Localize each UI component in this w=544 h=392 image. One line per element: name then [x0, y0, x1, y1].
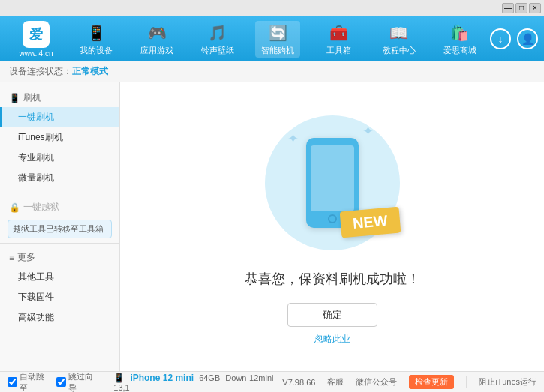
nav-label: 爱思商城 [443, 45, 476, 56]
sidebar-item-itunes-flash[interactable]: iTunes刷机 [0, 127, 119, 148]
bottom-left: 自动跳至 跳过向导 📱 iPhone 12 mini 64GB Down-12m… [8, 371, 282, 393]
stop-itunes-button[interactable]: 阻止iTunes运行 [479, 377, 536, 386]
sidebar-section-title-more: ≡ 更多 [0, 248, 119, 267]
sidebar-divider-1 [0, 193, 119, 193]
user-button[interactable]: 👤 [517, 28, 538, 49]
auto-jump-checkbox[interactable] [8, 377, 17, 387]
nav-logo: 爱 www.i4.cn [6, 21, 66, 58]
sidebar-item-other-tools[interactable]: 其他工具 [0, 267, 119, 287]
lock-icon: 🔒 [9, 202, 20, 213]
nav-item-official-shop[interactable]: 🛍️ 爱思商城 [437, 22, 482, 56]
sidebar-item-onekey-flash[interactable]: 一键刷机 [0, 107, 119, 127]
sidebar-section-jailbreak: 🔒 一键越狱 越狱工具已转移至工具箱 [0, 198, 119, 238]
new-badge: NEW [339, 207, 400, 238]
more-icon: ≡ [9, 253, 14, 263]
phone-icon-small: 📱 [113, 373, 125, 383]
phone-home-button [328, 214, 337, 223]
sidebar-item-advanced[interactable]: 高级功能 [0, 307, 119, 328]
nav-bar: 爱 www.i4.cn 📱 我的设备 🎮 应用游戏 🎵 铃声壁纸 🔄 智能购机 … [0, 16, 544, 61]
sidebar-section-flash: 📱 刷机 一键刷机 iTunes刷机 专业刷机 微量刷机 [0, 88, 119, 188]
nav-item-tutorial[interactable]: 📖 教程中心 [377, 22, 422, 56]
apps-icon: 🎮 [146, 22, 167, 43]
download-button[interactable]: ↓ [490, 28, 511, 49]
nav-items: 📱 我的设备 🎮 应用游戏 🎵 铃声壁纸 🔄 智能购机 🧰 工具箱 📖 教程中心… [66, 21, 490, 58]
device-icon: 📱 [86, 22, 107, 43]
logo-text: www.i4.cn [19, 49, 53, 58]
nav-label: 应用游戏 [140, 45, 173, 56]
tutorial-icon: 📖 [389, 22, 410, 43]
sidebar-section-more: ≡ 更多 其他工具 下载固件 高级功能 [0, 248, 119, 328]
nav-label: 工具箱 [326, 45, 351, 56]
phone-screen [311, 145, 354, 211]
status-bar: 设备连接状态： 正常模式 [0, 61, 544, 82]
main-layout: 📱 刷机 一键刷机 iTunes刷机 专业刷机 微量刷机 🔒 一键越狱 [0, 82, 544, 371]
stop-itunes-area: 阻止iTunes运行 [466, 376, 536, 388]
nav-item-toolbox[interactable]: 🧰 工具箱 [316, 22, 361, 56]
nav-item-my-device[interactable]: 📱 我的设备 [74, 22, 119, 56]
auto-jump-checkbox-label[interactable]: 自动跳至 [8, 371, 50, 393]
skip-guide-checkbox[interactable] [56, 377, 66, 387]
sparkle-1: ✦ [287, 130, 299, 147]
nav-label: 教程中心 [383, 45, 416, 56]
jailbreak-notice: 越狱工具已转移至工具箱 [8, 220, 112, 238]
nav-right: ↓ 👤 [490, 28, 538, 49]
close-button[interactable]: × [529, 3, 541, 13]
flash-section-label: 刷机 [23, 91, 41, 104]
title-bar: — □ × [0, 0, 544, 16]
confirm-button[interactable]: 确定 [287, 303, 377, 327]
device-storage: 64GB [199, 373, 220, 382]
ignore-link[interactable]: 忽略此业 [314, 333, 350, 346]
nav-item-apps[interactable]: 🎮 应用游戏 [134, 22, 179, 56]
device-name: iPhone 12 mini [130, 373, 194, 383]
logo-icon: 爱 [23, 21, 50, 48]
skip-guide-label: 跳过向导 [68, 371, 99, 393]
flash-section-icon: 📱 [9, 93, 20, 103]
bottom-right: V7.98.66 客服 微信公众号 检查更新 [282, 375, 454, 389]
nav-label: 铃声壁纸 [201, 45, 234, 56]
smart-shop-icon: 🔄 [267, 22, 288, 43]
nav-item-ringtones[interactable]: 🎵 铃声壁纸 [195, 22, 240, 56]
ringtones-icon: 🎵 [207, 22, 228, 43]
version-text: V7.98.66 [282, 378, 315, 387]
sidebar-section-title-flash: 📱 刷机 [0, 88, 119, 107]
hero-illustration: ✦ ✦ NEW [257, 108, 407, 258]
sidebar: 📱 刷机 一键刷机 iTunes刷机 专业刷机 微量刷机 🔒 一键越狱 [0, 82, 120, 371]
more-label: 更多 [17, 251, 35, 264]
skip-guide-checkbox-label[interactable]: 跳过向导 [56, 371, 99, 393]
customer-service-link[interactable]: 客服 [327, 376, 344, 388]
content-area: ✦ ✦ NEW 恭喜您，保资料刷机成功啦！ 确定 忽略此业 [120, 82, 544, 371]
minimize-button[interactable]: — [502, 3, 514, 13]
nav-item-smart-shop[interactable]: 🔄 智能购机 [255, 21, 300, 58]
wechat-link[interactable]: 微信公众号 [356, 376, 397, 388]
shop-icon: 🛍️ [449, 22, 470, 43]
jailbreak-label: 一键越狱 [23, 201, 59, 214]
sidebar-item-pro-flash[interactable]: 专业刷机 [0, 148, 119, 168]
nav-label: 我的设备 [80, 45, 113, 56]
auto-jump-label: 自动跳至 [20, 371, 50, 393]
nav-label: 智能购机 [261, 45, 294, 56]
sparkle-2: ✦ [362, 123, 374, 139]
check-update-button[interactable]: 检查更新 [409, 375, 454, 389]
status-label: 设备连接状态： [9, 65, 72, 78]
success-text: 恭喜您，保资料刷机成功啦！ [245, 270, 420, 288]
sidebar-section-title-jailbreak: 🔒 一键越狱 [0, 198, 119, 217]
toolbox-icon: 🧰 [328, 22, 349, 43]
bottom-bar: 自动跳至 跳过向导 📱 iPhone 12 mini 64GB Down-12m… [0, 371, 544, 392]
status-value: 正常模式 [72, 65, 108, 78]
sidebar-item-restore-flash[interactable]: 微量刷机 [0, 168, 119, 188]
sidebar-divider-2 [0, 243, 119, 244]
sidebar-item-download-firmware[interactable]: 下载固件 [0, 287, 119, 307]
maximize-button[interactable]: □ [515, 3, 527, 13]
device-info: 📱 iPhone 12 mini 64GB Down-12mini-13,1 [113, 373, 282, 392]
